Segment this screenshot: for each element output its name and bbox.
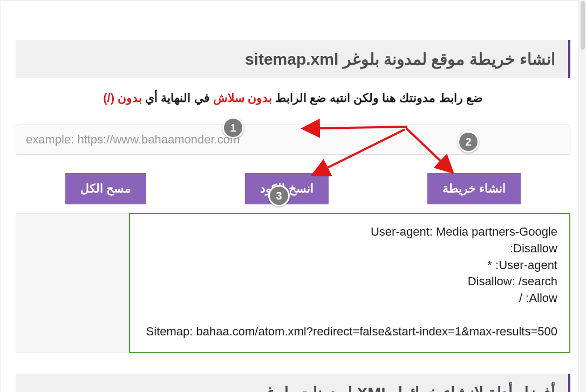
blog-url-input[interactable] [16,125,570,155]
output-gutter [16,213,129,353]
output-wrap: User-agent: Media partners-Google Disall… [16,213,570,353]
instruction-red2: بدون (/) [103,91,142,105]
instruction-red1: بدون سلاش [213,91,272,105]
instruction-text: ضع رابط مدونتك هنا ولكن انتبه ضع الرابط … [16,91,570,105]
page-title: انشاء خريطة موقع لمدونة بلوغر sitemap.xm… [16,40,570,78]
divider [1,0,585,1]
clear-button[interactable]: مسح الكل [65,173,146,204]
sitemap-output[interactable]: User-agent: Media partners-Google Disall… [129,213,570,353]
window-scrollbar[interactable] [578,0,586,392]
button-row: انشاء خريطة انسخ الكود مسح الكل [16,173,570,204]
instruction-mid: في النهاية أي [142,91,209,105]
scrollbar-thumb[interactable] [581,1,585,50]
section-title-best-tool: أفضل أداة لإنشاء خرائط XML لمدونات بلوغر [16,374,570,392]
generate-button[interactable]: انشاء خريطة [427,173,521,204]
instruction-lead: ضع رابط مدونتك هنا ولكن انتبه ضع الرابط [272,91,483,105]
copy-button[interactable]: انسخ الكود [245,173,328,204]
